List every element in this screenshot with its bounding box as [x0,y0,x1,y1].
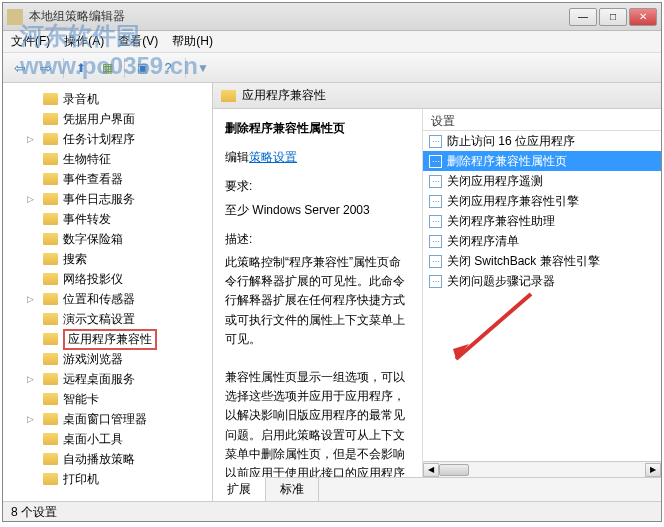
maximize-button[interactable]: □ [599,8,627,26]
tree-pane[interactable]: 录音机凭据用户界面▷任务计划程序生物特征事件查看器▷事件日志服务事件转发数字保险… [3,83,213,501]
scroll-left-button[interactable]: ◀ [423,463,439,477]
filter-button[interactable]: ▼ [192,57,214,79]
tree-item-label: 数字保险箱 [63,231,123,248]
settings-list[interactable]: ⋯防止访问 16 位应用程序⋯删除程序兼容性属性页⋯关闭应用程序遥测⋯关闭应用程… [423,131,661,461]
tree-item[interactable]: 应用程序兼容性 [3,329,212,349]
tree-item[interactable]: 自动播放策略 [3,449,212,469]
tree-item[interactable]: 数字保险箱 [3,229,212,249]
settings-column: 设置 ⋯防止访问 16 位应用程序⋯删除程序兼容性属性页⋯关闭应用程序遥测⋯关闭… [423,109,661,477]
setting-row[interactable]: ⋯关闭 SwitchBack 兼容性引擎 [423,251,661,271]
menu-view[interactable]: 查看(V) [118,33,158,50]
folder-icon [43,313,58,325]
setting-label: 关闭程序兼容性助理 [447,213,555,230]
policy-icon: ⋯ [429,155,442,168]
desc-body: 此策略控制“程序兼容性”属性页命令行解释器扩展的可见性。此命令行解释器扩展在任何… [225,253,410,477]
expand-arrow-icon[interactable]: ▷ [27,374,34,384]
setting-label: 关闭问题步骤记录器 [447,273,555,290]
tab-standard[interactable]: 标准 [266,477,319,501]
setting-row[interactable]: ⋯关闭应用程序兼容性引擎 [423,191,661,211]
policy-icon: ⋯ [429,235,442,248]
back-button[interactable]: ⇦ [9,57,31,79]
settings-hscroll[interactable]: ◀ ▶ [423,461,661,477]
tree-item-label: 打印机 [63,471,99,488]
folder-icon [43,193,58,205]
req-label: 要求: [225,177,410,196]
toolbar: ⇦ ⇨ ⬆ ▦ ▣ ? ▼ [3,53,661,83]
tree-item[interactable]: 演示文稿设置 [3,309,212,329]
desc-label: 描述: [225,230,410,249]
policy-icon: ⋯ [429,175,442,188]
expand-arrow-icon[interactable]: ▷ [27,414,34,424]
scroll-track[interactable] [439,463,645,477]
forward-button[interactable]: ⇨ [35,57,57,79]
tree-item-label: 自动播放策略 [63,451,135,468]
tree-item-label: 桌面小工具 [63,431,123,448]
tree-item[interactable]: 游戏浏览器 [3,349,212,369]
edit-prefix: 编辑 [225,150,249,164]
folder-icon [43,213,58,225]
scroll-thumb[interactable] [439,464,469,476]
setting-row[interactable]: ⋯关闭问题步骤记录器 [423,271,661,291]
setting-label: 关闭应用程序遥测 [447,173,543,190]
menu-help[interactable]: 帮助(H) [172,33,213,50]
policy-icon: ⋯ [429,135,442,148]
tree-item-label: 事件转发 [63,211,111,228]
tree-item[interactable]: 事件查看器 [3,169,212,189]
tree-item[interactable]: ▷桌面窗口管理器 [3,409,212,429]
tree-item-label: 搜索 [63,251,87,268]
tab-extended[interactable]: 扩展 [213,477,266,501]
menubar: 文件(F) 操作(A) 查看(V) 帮助(H) [3,31,661,53]
export-button[interactable]: ▣ [131,57,153,79]
setting-row[interactable]: ⋯关闭应用程序遥测 [423,171,661,191]
tree-item-label: 录音机 [63,91,99,108]
tree-item[interactable]: 搜索 [3,249,212,269]
tree-item-label: 游戏浏览器 [63,351,123,368]
tree-item[interactable]: ▷事件日志服务 [3,189,212,209]
right-header-title: 应用程序兼容性 [242,87,326,104]
tree-item[interactable]: ▷任务计划程序 [3,129,212,149]
setting-label: 关闭 SwitchBack 兼容性引擎 [447,253,600,270]
folder-icon [43,333,58,345]
setting-row[interactable]: ⋯关闭程序清单 [423,231,661,251]
policy-settings-link[interactable]: 策略设置 [249,150,297,164]
tree-item-label: 桌面窗口管理器 [63,411,147,428]
setting-row[interactable]: ⋯防止访问 16 位应用程序 [423,131,661,151]
tree-item[interactable]: ▷远程桌面服务 [3,369,212,389]
show-hide-button[interactable]: ▦ [96,57,118,79]
folder-icon [43,293,58,305]
setting-row[interactable]: ⋯删除程序兼容性属性页 [423,151,661,171]
tree-item[interactable]: 打印机 [3,469,212,489]
tree-item-label: 凭据用户界面 [63,111,135,128]
right-header: 应用程序兼容性 [213,83,661,109]
up-button[interactable]: ⬆ [70,57,92,79]
folder-icon [43,433,58,445]
right-pane: 应用程序兼容性 删除程序兼容性属性页 编辑策略设置 要求: 至少 Windows… [213,83,661,501]
folder-icon [43,113,58,125]
tree-item[interactable]: 桌面小工具 [3,429,212,449]
minimize-button[interactable]: — [569,8,597,26]
scroll-right-button[interactable]: ▶ [645,463,661,477]
tree-item[interactable]: 录音机 [3,89,212,109]
expand-arrow-icon[interactable]: ▷ [27,194,34,204]
setting-label: 防止访问 16 位应用程序 [447,133,575,150]
setting-label: 关闭程序清单 [447,233,519,250]
tree-item-label: 事件日志服务 [63,191,135,208]
help-button[interactable]: ? [157,57,179,79]
tree-item[interactable]: 事件转发 [3,209,212,229]
tree-item[interactable]: 生物特征 [3,149,212,169]
tree-item[interactable]: 凭据用户界面 [3,109,212,129]
tree-item[interactable]: 智能卡 [3,389,212,409]
tree-item[interactable]: 网络投影仪 [3,269,212,289]
menu-action[interactable]: 操作(A) [64,33,104,50]
expand-arrow-icon[interactable]: ▷ [27,294,34,304]
setting-row[interactable]: ⋯关闭程序兼容性助理 [423,211,661,231]
menu-file[interactable]: 文件(F) [11,33,50,50]
folder-icon [43,173,58,185]
tree-item[interactable]: ▷位置和传感器 [3,289,212,309]
close-button[interactable]: ✕ [629,8,657,26]
edit-line: 编辑策略设置 [225,148,410,167]
folder-icon [43,133,58,145]
expand-arrow-icon[interactable]: ▷ [27,134,34,144]
detail-column: 删除程序兼容性属性页 编辑策略设置 要求: 至少 Windows Server … [213,109,423,477]
folder-icon [221,90,236,102]
